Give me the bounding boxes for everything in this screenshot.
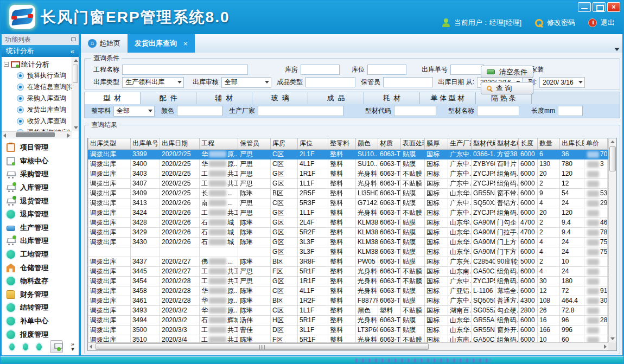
- table-row[interactable]: 调拨出库34612020/2/28华原...陈琳B区1R2F整料F8877FT6…: [88, 296, 609, 305]
- sidebar-item-出库管理[interactable]: 出库管理: [2, 234, 79, 248]
- collapse-icon[interactable]: «: [71, 47, 74, 55]
- project-name-input[interactable]: [122, 65, 248, 75]
- length-input[interactable]: [558, 106, 583, 116]
- out-type-select[interactable]: 生产领料出库: [122, 77, 184, 88]
- column-header[interactable]: 库位: [298, 138, 328, 149]
- more-modules-button[interactable]: » ▾: [71, 342, 74, 352]
- date-to-picker[interactable]: 2020/ 3/16: [539, 77, 585, 88]
- table-row[interactable]: 调拨出库34372020/2/27佛...陈琳B区3R8F整料PW056063-…: [88, 257, 609, 266]
- scroll-left-icon[interactable]: [90, 344, 92, 349]
- column-header[interactable]: 颜色: [356, 138, 378, 149]
- table-row[interactable]: 调拨出库33992020/2/25华原...严思C区2L1F整料SU10...6…: [88, 149, 609, 159]
- logout-link[interactable]: 退出: [601, 18, 615, 28]
- warehouse-input[interactable]: [301, 65, 340, 75]
- tab-shipping-outbound-query[interactable]: 发货出库查询 ×: [128, 34, 195, 53]
- scroll-up-icon[interactable]: [74, 59, 78, 62]
- sidebar-accordion-header[interactable]: 统计分析 «: [2, 45, 79, 57]
- location-input[interactable]: [367, 65, 406, 75]
- maximize-button[interactable]: [593, 2, 606, 12]
- profile-code-input[interactable]: [394, 106, 436, 116]
- clear-conditions-button[interactable]: 清空条件: [481, 66, 533, 78]
- column-header[interactable]: 单价: [584, 138, 608, 149]
- column-header[interactable]: 材质: [378, 138, 401, 149]
- sidebar-item-审核中心[interactable]: 审核中心: [2, 155, 79, 168]
- table-row[interactable]: 调拨出库34132020/2/26南...严思C区5R3F整料G71422606…: [88, 198, 609, 208]
- table-row[interactable]: 调拨出库35002020/3/3工共工程曹佳D区3L1F整料LT3P606063…: [88, 325, 609, 335]
- tree-root-node[interactable]: 统计分析: [4, 59, 72, 70]
- module-circle-icon[interactable]: [23, 343, 28, 350]
- sidebar-item-生产管理[interactable]: 生产管理: [2, 221, 79, 235]
- tree-horizontal-scrollbar[interactable]: [2, 131, 72, 138]
- tree-item[interactable]: 在途信息查询[待: [4, 81, 72, 93]
- color-input[interactable]: [177, 106, 222, 116]
- column-header[interactable]: 整零料: [328, 138, 356, 149]
- module-circle-icon[interactable]: [36, 343, 42, 350]
- column-header[interactable]: 出库单号: [131, 138, 160, 149]
- sidebar-item-财务管理[interactable]: 财务管理: [2, 288, 79, 302]
- sidebar-item-物料盘存[interactable]: 物料盘存: [2, 274, 79, 288]
- column-header[interactable]: 出库长度: [560, 138, 584, 149]
- table-row[interactable]: 调拨出库34542020/2/28工共工程严思G区1R1F整料光身料6063-T…: [88, 276, 609, 286]
- table-row[interactable]: 调拨出库34292020/2/26石城陈琳G区5R2F整料KLM38176063…: [88, 227, 609, 237]
- material-tab[interactable]: 型 材: [85, 92, 141, 104]
- tree-item[interactable]: 退货查询[待定]: [4, 127, 72, 131]
- column-header[interactable]: 出库类型: [88, 138, 131, 149]
- minimize-button[interactable]: [578, 2, 591, 12]
- scroll-right-icon[interactable]: [604, 344, 607, 349]
- keeper-input[interactable]: [383, 77, 433, 87]
- close-button[interactable]: ×: [607, 2, 620, 12]
- tab-home[interactable]: ⌂ 起始页: [81, 34, 128, 53]
- sidebar-item-项目管理[interactable]: 项目管理: [2, 141, 79, 155]
- module-circle-icon[interactable]: [9, 343, 15, 350]
- column-header[interactable]: 库房: [271, 138, 298, 149]
- whole-part-select[interactable]: 全部: [113, 106, 155, 117]
- column-header[interactable]: 膜厚: [425, 138, 448, 149]
- tree-item[interactable]: 预算执行查询: [4, 70, 72, 81]
- column-header[interactable]: 型材代码: [472, 138, 495, 149]
- column-header[interactable]: 表面处理: [401, 138, 425, 149]
- material-tab[interactable]: 耗 材: [364, 92, 420, 104]
- table-row[interactable]: 调拨出库34072020/2/25工共工程严思G区1L1F整料光身料6063-T…: [88, 178, 609, 188]
- table-row[interactable]: 调拨出库34582020/2/28华原...陈琳C区4L1F整料光身料6063-…: [88, 286, 609, 296]
- table-row[interactable]: 调拨出库34242020/2/26工共工程严思G区1L1F整料光身料6063-T…: [88, 208, 609, 218]
- scroll-right-icon[interactable]: [67, 133, 70, 138]
- sidebar-item-退库管理[interactable]: 退库管理: [2, 208, 79, 221]
- tab-list-caret-icon[interactable]: [614, 48, 620, 51]
- column-header[interactable]: 保管员: [238, 138, 271, 149]
- material-tab[interactable]: 成 品: [308, 92, 364, 104]
- column-header[interactable]: 生产厂家: [448, 138, 472, 149]
- sidebar-item-补单中心[interactable]: 补单中心: [2, 315, 79, 328]
- table-row[interactable]: 调拨出库34002020/2/25华原...严思C区4L1F整料SU10...6…: [88, 159, 609, 169]
- scroll-up-icon[interactable]: [610, 141, 615, 143]
- sidebar-item-采购管理[interactable]: 采购管理: [2, 168, 79, 181]
- table-vertical-scrollbar[interactable]: [608, 138, 616, 342]
- tab-close-icon[interactable]: ×: [183, 40, 188, 48]
- material-tab[interactable]: 辅 材: [196, 92, 252, 104]
- order-no-input[interactable]: [450, 65, 484, 75]
- table-horizontal-scrollbar[interactable]: [88, 342, 608, 350]
- table-row[interactable]: 调拨出库34932020/3/2华原...陈琳C区1L1F整料黑色塑料不贴膜国标…: [88, 305, 609, 315]
- search-button[interactable]: 查 询: [481, 82, 533, 94]
- material-tab[interactable]: 配 件: [141, 92, 196, 104]
- product-type-input[interactable]: [305, 77, 355, 87]
- tree-item[interactable]: 收货入库查询: [4, 116, 72, 127]
- sidebar-item-入库管理[interactable]: 入库管理: [2, 181, 79, 195]
- sidebar-item-报废管理[interactable]: 报废管理: [2, 328, 79, 339]
- tree-hscroll-thumb[interactable]: [16, 132, 55, 137]
- scroll-down-icon[interactable]: [610, 337, 615, 340]
- audit-select[interactable]: 全部: [221, 77, 271, 88]
- module-cart-button[interactable]: [50, 340, 63, 353]
- material-tab[interactable]: 单 体 型 材: [420, 92, 476, 104]
- table-row[interactable]: 调拨出库34282020/2/26石城陈琳G区2L4F整料KLM38176063…: [88, 218, 609, 227]
- table-row[interactable]: 调拨出库34452020/2/27工共工程严思F区5R1F整料光身料6063-T…: [88, 266, 609, 276]
- material-tab[interactable]: 玻 璃: [252, 92, 308, 104]
- table-row[interactable]: 调拨出库34302020/2/26石城陈琳G区3L3F整料KLM38176063…: [88, 237, 609, 247]
- column-header[interactable]: 型材名称: [495, 138, 519, 149]
- tree-item[interactable]: 采购入库查询: [4, 93, 72, 104]
- profile-name-input[interactable]: [477, 106, 519, 116]
- scroll-down-icon[interactable]: [74, 126, 78, 129]
- table-vscroll-thumb[interactable]: [609, 146, 616, 171]
- change-password-link[interactable]: 修改密码: [547, 18, 575, 28]
- table-row[interactable]: 调拨出库34092020/2/25长...陈琳B区2R5F整料LI35HD606…: [88, 188, 609, 198]
- table-row[interactable]: 调拨出库34942020/3/2石辉城汤伟H区5R1F整料光身料6063-T5贴…: [88, 315, 609, 325]
